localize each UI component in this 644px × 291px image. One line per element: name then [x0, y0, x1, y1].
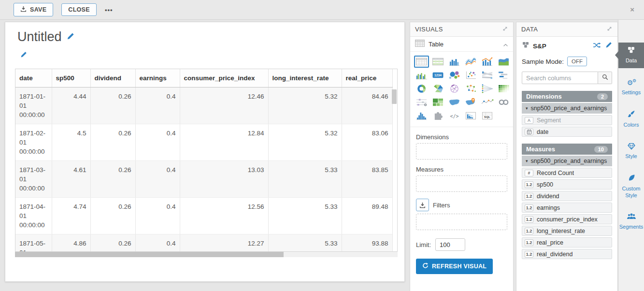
swap-dataset-icon[interactable] [593, 42, 601, 50]
cell-date: 1871-05-01 00:00:00 [15, 234, 52, 252]
edit-dataset-pencil-icon[interactable] [605, 42, 612, 50]
measure-field-real-dividend[interactable]: 1.2real_dividend [522, 249, 612, 259]
visual-type-grouped-bars-icon[interactable] [414, 69, 429, 81]
vertical-scrollbar-thumb[interactable] [392, 89, 397, 104]
dimensions-dropzone[interactable] [416, 143, 507, 160]
visual-type-combo-icon[interactable] [480, 56, 495, 68]
tab-settings[interactable]: ⚙⚙Settings [618, 74, 644, 101]
visual-type-link-icon[interactable] [496, 96, 511, 108]
top-toolbar: SAVE CLOSE ••• × [0, 0, 644, 20]
visual-type-treemap-icon[interactable] [430, 96, 445, 108]
visual-type-sql-icon[interactable]: SQL [480, 110, 495, 122]
visual-type-kpi-icon[interactable]: 1234 [430, 69, 445, 81]
cell-value: 5.33 [268, 234, 342, 252]
cell-value: 4.74 [52, 198, 90, 234]
save-button-label: SAVE [30, 6, 46, 13]
visual-type-selector[interactable]: Table [410, 37, 513, 52]
measure-field-record-count[interactable]: #Record Count [522, 168, 612, 178]
search-button[interactable] [598, 72, 612, 84]
visual-type-gantt-icon[interactable] [496, 69, 511, 81]
svg-text:1234: 1234 [434, 73, 442, 77]
tab-colors[interactable]: Colors [618, 106, 644, 132]
visual-type-pie-rose-icon[interactable] [430, 83, 445, 95]
column-header-earnings[interactable]: earnings [135, 69, 180, 87]
visual-type-flow-icon[interactable] [480, 69, 495, 81]
visual-type-donut-icon[interactable] [414, 83, 429, 95]
result-table: datesp500dividendearningsconsumer_price_… [15, 69, 393, 252]
limit-input[interactable] [435, 238, 465, 251]
measure-field-sp500[interactable]: 1.2sp500 [522, 179, 612, 189]
tab-custom-style[interactable]: Custom Style [618, 170, 644, 203]
chevron-up-icon[interactable] [503, 40, 508, 49]
column-header-date[interactable]: date [15, 69, 52, 87]
visual-type-bars-icon[interactable] [447, 56, 462, 68]
settings-icon: ⚙⚙ [626, 78, 637, 88]
filters-download-button[interactable] [416, 199, 429, 211]
sample-mode-toggle[interactable]: OFF [567, 57, 587, 66]
visual-type-table-icon[interactable] [414, 56, 429, 68]
column-header-real_price[interactable]: real_price [342, 69, 392, 87]
data-panel-body: S&P Sample Mode: OFF [516, 37, 617, 259]
visual-type-code-icon[interactable]: </> [447, 110, 462, 122]
dimension-field-segment[interactable]: ASegment [522, 115, 612, 125]
svg-text:SQL: SQL [484, 115, 490, 118]
visual-type-sparkline-icon[interactable] [480, 96, 495, 108]
column-header-consumer_price_index[interactable]: consumer_price_index [180, 69, 268, 87]
visual-type-pareto-icon[interactable] [463, 110, 478, 122]
visual-canvas: Untitled datesp500dividendearningsconsum… [5, 22, 405, 282]
tab-segments[interactable]: Segments [618, 209, 644, 234]
measure-field-real-price[interactable]: 1.2real_price [522, 237, 612, 247]
visual-type-map-pin-icon[interactable] [463, 96, 478, 108]
measures-section-title: Measures [526, 146, 555, 153]
cell-value: 0.26 [90, 87, 135, 124]
measure-field-consumer-price-index[interactable]: 1.2consumer_price_index [522, 214, 612, 224]
tab-data[interactable]: Data [618, 43, 644, 68]
visual-type-chord-icon[interactable] [447, 83, 462, 95]
measure-field-earnings[interactable]: 1.2earnings [522, 203, 612, 213]
visual-type-lines-icon[interactable] [463, 56, 478, 68]
tab-label: Colors [624, 122, 639, 129]
measures-group-row[interactable]: ▾ snp500_price_and_earnings [522, 156, 612, 166]
letter-a-icon: A [525, 117, 533, 124]
visual-type-scatter-icon[interactable] [463, 69, 478, 81]
edit-title-pencil-icon[interactable] [67, 32, 74, 42]
save-button[interactable]: SAVE [14, 3, 53, 16]
refresh-visual-button[interactable]: REFRESH VISUAL [416, 259, 493, 274]
column-header-long_interest_rate[interactable]: long_interest_rate [268, 69, 342, 87]
visual-type-histogram-icon[interactable] [414, 110, 429, 122]
measure-field-long-interest-rate[interactable]: 1.2long_interest_rate [522, 226, 612, 236]
visual-type-packed-bubbles-icon[interactable] [447, 69, 462, 81]
tab-style[interactable]: Style [618, 139, 644, 164]
cell-value: 12.56 [180, 198, 268, 234]
measure-field-dividend[interactable]: 1.2dividend [522, 191, 612, 201]
table-row: 1871-05-01 00:00:004.860.260.412.275.339… [15, 234, 392, 252]
expand-panel-icon[interactable] [606, 26, 613, 33]
visual-type-network-icon[interactable] [463, 83, 478, 95]
cell-value: 0.4 [135, 161, 180, 198]
cell-value: 4.86 [52, 234, 90, 252]
measures-dropzone[interactable] [416, 175, 507, 192]
field-label: real_price [537, 239, 563, 246]
search-columns-input[interactable] [522, 72, 598, 84]
visual-type-area-icon[interactable] [496, 56, 511, 68]
dimension-field-date[interactable]: date [522, 127, 612, 137]
visual-type-extension-icon[interactable] [430, 110, 445, 122]
visual-type-crosstab-icon[interactable] [430, 56, 445, 68]
column-header-dividend[interactable]: dividend [90, 69, 135, 87]
column-header-sp500[interactable]: sp500 [52, 69, 90, 87]
more-menu-button[interactable]: ••• [105, 6, 113, 14]
visual-type-dendrogram-icon[interactable] [480, 83, 495, 95]
visual-type-slider-control-icon[interactable] [414, 96, 429, 108]
visual-type-map-usa-icon[interactable] [447, 96, 462, 108]
horizontal-scrollbar-thumb[interactable] [15, 252, 284, 257]
custom-style-icon [628, 174, 635, 184]
filters-dropzone[interactable] [416, 214, 507, 230]
edit-subtitle-pencil-icon[interactable] [20, 51, 27, 60]
horizontal-scrollbar [15, 252, 398, 257]
dimensions-group-row[interactable]: ▾ snp500_price_and_earnings [522, 103, 612, 114]
close-icon[interactable]: × [630, 5, 634, 14]
expand-panel-icon[interactable] [502, 26, 508, 33]
close-button[interactable]: CLOSE [61, 3, 97, 16]
cell-value: 5.32 [268, 87, 342, 124]
visual-type-heatmap-icon[interactable] [496, 83, 511, 95]
